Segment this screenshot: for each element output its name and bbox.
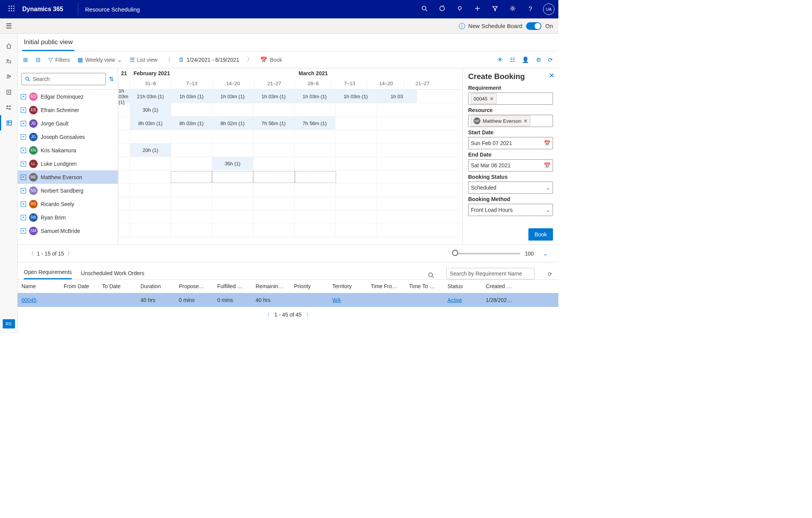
expand-icon[interactable]: + <box>21 188 26 193</box>
row-territory-link[interactable]: WA <box>332 297 341 303</box>
list-settings-icon[interactable]: ☷ <box>510 56 515 63</box>
user-avatar[interactable]: UA <box>543 3 555 15</box>
grid-cell[interactable]: 1h 03m (1) <box>335 90 376 103</box>
grid-cell[interactable] <box>335 211 376 224</box>
grid-cell[interactable]: 8h 02m (1) <box>212 117 253 130</box>
grid-cell[interactable] <box>171 197 212 211</box>
chip-remove-icon[interactable]: ✕ <box>523 118 528 124</box>
grid-cell[interactable] <box>171 144 212 157</box>
grid-cell[interactable] <box>118 157 130 170</box>
resource-row[interactable]: +RSRicardo Seely <box>18 197 118 211</box>
grid-cell[interactable] <box>130 224 171 238</box>
list-view-button[interactable]: ☰List view <box>130 56 158 63</box>
person-settings-icon[interactable]: 👤 <box>522 56 529 63</box>
col-fulfilled[interactable]: Fulfilled … <box>213 280 252 293</box>
grid-cell[interactable] <box>212 184 253 197</box>
expand-icon[interactable]: + <box>21 134 26 140</box>
grid-cell[interactable]: 7h 56m (1) <box>294 117 335 130</box>
grid-cell[interactable] <box>376 117 417 130</box>
grid-cell[interactable] <box>376 170 417 184</box>
grid-cell[interactable] <box>118 197 130 211</box>
grid-cell[interactable] <box>171 224 212 238</box>
chevron-down-icon[interactable]: ⌄ <box>546 207 550 213</box>
grid-cell[interactable] <box>171 130 212 144</box>
sort-icon[interactable]: ⇅ <box>109 76 114 82</box>
new-board-toggle[interactable] <box>526 22 541 30</box>
prev-page-button[interactable]: 〈 <box>25 250 37 257</box>
expand-icon[interactable]: + <box>21 201 26 207</box>
expand-icon[interactable]: + <box>21 107 26 113</box>
grid-cell[interactable] <box>335 130 376 144</box>
drop-target[interactable] <box>295 171 336 183</box>
col-duration[interactable]: Duration <box>137 280 175 293</box>
grid-cell[interactable] <box>212 197 253 211</box>
grid-cell[interactable] <box>376 224 417 238</box>
grid-cell[interactable] <box>253 130 294 144</box>
table-row[interactable]: 00045 40 hrs 0 mins 0 mins 40 hrs WA Act… <box>18 293 558 307</box>
grid-cell[interactable] <box>294 211 335 224</box>
grid-cell[interactable] <box>212 144 253 157</box>
grid-cell[interactable] <box>130 157 171 170</box>
row-name-link[interactable]: 00045 <box>21 297 36 303</box>
close-icon[interactable]: ✕ <box>549 71 555 80</box>
nav-list-icon[interactable] <box>0 100 18 115</box>
calendar-icon[interactable]: 📅 <box>544 140 550 146</box>
resource-row[interactable]: +KNKris Nakamura <box>18 144 118 157</box>
lightbulb-icon[interactable] <box>451 5 469 13</box>
grid-cell[interactable] <box>130 211 171 224</box>
grid-cell[interactable]: 1h 03m (1) <box>294 90 335 103</box>
col-territory[interactable]: Territory <box>328 280 367 293</box>
grid-cell[interactable] <box>294 224 335 238</box>
task-icon[interactable] <box>433 5 451 13</box>
prev-range-button[interactable]: 〈 <box>165 56 171 63</box>
end-date-field[interactable]: Sat Mar 06 2021📅 <box>468 159 553 172</box>
grid-cell[interactable] <box>253 144 294 157</box>
grid-cell[interactable] <box>335 197 376 211</box>
next-range-button[interactable]: 〉 <box>247 56 253 63</box>
expand-all-button[interactable]: ⊞ <box>23 56 28 63</box>
drop-target[interactable] <box>254 171 295 183</box>
grid-cell[interactable] <box>294 103 335 117</box>
grid-cell[interactable] <box>335 144 376 157</box>
tab-open-requirements[interactable]: Open Requirements <box>24 266 72 279</box>
expand-icon[interactable]: + <box>21 228 26 234</box>
help-icon[interactable]: ? <box>522 6 539 13</box>
prev-page-button[interactable]: 〈 <box>264 311 270 318</box>
status-field[interactable]: Scheduled⌄ <box>468 181 553 194</box>
grid-cell[interactable] <box>335 103 376 117</box>
col-created[interactable]: Created … <box>482 280 520 293</box>
grid-cell[interactable]: 7h 56m (1) <box>253 117 294 130</box>
col-priority[interactable]: Priority <box>290 280 328 293</box>
grid-cell[interactable]: 8h 03m (1) <box>171 117 212 130</box>
grid-cell[interactable]: 21h 03m (1) <box>130 90 171 103</box>
expand-icon[interactable]: + <box>21 215 26 220</box>
grid-cell[interactable] <box>171 157 212 170</box>
eye-icon[interactable]: 👁 <box>497 56 503 63</box>
date-range-picker[interactable]: 🗓1/24/2021 - 6/19/2021 <box>178 56 239 63</box>
calendar-icon[interactable]: 📅 <box>544 162 550 168</box>
view-mode-dropdown[interactable]: ▦Weekly view ⌄ <box>78 56 122 63</box>
grid-cell[interactable] <box>253 184 294 197</box>
col-remaining[interactable]: Remainin… <box>252 280 290 293</box>
gear-icon[interactable]: ⚙ <box>536 56 541 63</box>
nav-team-icon[interactable] <box>0 69 18 84</box>
tab-unscheduled-work-orders[interactable]: Unscheduled Work Orders <box>81 267 144 279</box>
expand-icon[interactable]: + <box>21 94 26 99</box>
chevron-down-icon[interactable]: ⌄ <box>546 185 550 191</box>
hamburger-icon[interactable]: ☰ <box>0 22 18 30</box>
zoom-slider[interactable] <box>455 253 520 254</box>
grid-cell[interactable]: 1h 03m (1) <box>253 90 294 103</box>
plus-icon[interactable] <box>469 5 486 13</box>
grid-cell[interactable] <box>118 170 130 184</box>
resource-row[interactable]: +SMSamuel McBride <box>18 224 118 238</box>
grid-cell[interactable] <box>212 211 253 224</box>
search-icon[interactable] <box>416 5 433 13</box>
grid-cell[interactable] <box>130 170 171 184</box>
grid-cell[interactable] <box>335 170 376 184</box>
grid-cell[interactable] <box>212 130 253 144</box>
expand-icon[interactable]: + <box>21 121 26 126</box>
grid-cell[interactable] <box>212 103 253 117</box>
expand-icon[interactable]: + <box>21 175 26 180</box>
grid-cell[interactable]: 30h (1) <box>130 103 171 117</box>
method-field[interactable]: Front Load Hours⌄ <box>468 204 553 216</box>
